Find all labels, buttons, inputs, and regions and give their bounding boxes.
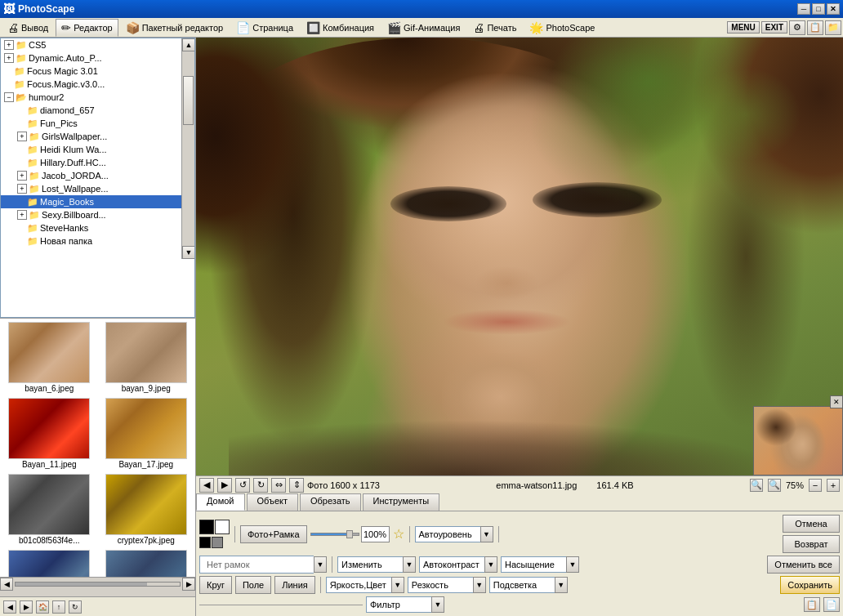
thumbnail-item-bayan11[interactable]: Bayan_11.jpeg (2, 396, 97, 471)
tree-expand-sexy[interactable]: + (17, 210, 27, 220)
slider-track[interactable] (310, 533, 359, 536)
tree-item-cs5[interactable]: + 📁 CS5 (1, 38, 181, 51)
minimize-button[interactable]: ─ (797, 3, 810, 15)
hscroll-right[interactable]: ▶ (182, 578, 195, 591)
tree-item-jacob[interactable]: + 📁 Jacob_JORDA... (1, 169, 181, 182)
swatch-gray[interactable] (212, 537, 223, 548)
thumb-hscroll[interactable]: ◀ ▶ (0, 577, 195, 590)
tree-expand-lost[interactable]: + (17, 184, 27, 194)
field-btn[interactable]: Поле (235, 576, 271, 594)
tab-crop[interactable]: Обрезать (300, 493, 361, 511)
thumbnail-item-c095[interactable]: c095~18dc37a... (99, 548, 194, 578)
menu-button[interactable]: MENU (727, 21, 759, 33)
tree-item-focus1[interactable]: 📁 Focus Magic 3.01 (1, 65, 181, 78)
tab-tools[interactable]: Инструменты (363, 493, 440, 511)
toolbar-back-btn[interactable]: ◀ (199, 478, 214, 493)
thumbnail-item-b01c[interactable]: b01c08f563f4e... (2, 472, 97, 547)
tree-item-focus2[interactable]: 📁 Focus.Magic.v3.0... (1, 78, 181, 91)
scroll-track[interactable] (182, 51, 194, 246)
tree-expand-cs5[interactable]: + (4, 40, 14, 50)
scroll-up-arrow[interactable]: ▲ (182, 38, 194, 51)
tree-item-sexy[interactable]: + 📁 Sexy.Billboard... (1, 208, 181, 221)
zoom-in-btn[interactable]: 🔍 (768, 479, 781, 492)
icon-btn-2[interactable]: 📋 (807, 20, 823, 35)
zoom-plus[interactable]: + (827, 479, 840, 492)
tree-item-magic-books[interactable]: 📁 Magic_Books (1, 195, 181, 208)
maximize-button[interactable]: □ (812, 3, 825, 15)
paste-icon-btn[interactable]: 📄 (823, 597, 840, 612)
slider-thumb[interactable] (346, 530, 353, 538)
scroll-thumb[interactable] (183, 76, 194, 125)
tree-item-funpics[interactable]: 📁 Fun_Pics (1, 117, 181, 130)
nav-up-btn[interactable]: ↑ (52, 600, 65, 614)
cancel-btn[interactable]: Отмена (783, 515, 840, 533)
hscroll-track[interactable] (15, 582, 181, 587)
tree-expand-dynamic[interactable]: + (4, 53, 14, 63)
tab-packet[interactable]: 📦 Пакетный редактор (120, 19, 230, 37)
thumbnail-item-bayan17[interactable]: Bayan_17.jpeg (99, 396, 194, 471)
zoom-out-btn[interactable]: 🔍 (750, 479, 763, 492)
saturation-arrow[interactable]: ▼ (566, 556, 579, 573)
nav-refresh-btn[interactable]: ↻ (69, 600, 82, 614)
tab-photoscape[interactable]: 🌟 PhotoScape (524, 19, 600, 37)
autolevels-arrow[interactable]: ▼ (480, 526, 493, 542)
copy-icon-btn[interactable]: 📋 (804, 597, 820, 612)
toolbar-flip-h[interactable]: ⇔ (271, 478, 286, 493)
tree-item-dynamic[interactable]: + 📁 Dynamic.Auto_P... (1, 51, 181, 65)
tree-item-girls[interactable]: + 📁 GirlsWallpaper... (1, 130, 181, 143)
undo-btn[interactable]: Возврат (783, 535, 840, 553)
tree-scrollbar[interactable]: ▲ ▼ (181, 38, 194, 259)
tree-item-new-folder[interactable]: 📁 Новая папка (1, 234, 181, 248)
tree-item-steve[interactable]: 📁 SteveHanks (1, 221, 181, 234)
toolbar-flip-v[interactable]: ⇕ (289, 478, 304, 493)
nav-home-btn[interactable]: 🏠 (36, 600, 49, 614)
change-arrow[interactable]: ▼ (403, 556, 416, 573)
backlight-arrow[interactable]: ▼ (555, 577, 568, 593)
nav-back-btn[interactable]: ◀ (3, 600, 16, 614)
tree-expand-jacob[interactable]: + (17, 171, 27, 181)
toolbar-fwd-btn[interactable]: ▶ (217, 478, 232, 493)
swatch-black2[interactable] (199, 537, 211, 548)
exit-button[interactable]: EXIT (761, 21, 787, 33)
tab-editor[interactable]: ✏ Редактор (56, 19, 118, 37)
tab-home[interactable]: Домой (196, 493, 245, 511)
preview-close-btn[interactable]: ✕ (830, 395, 843, 408)
hscroll-left[interactable]: ◀ (0, 578, 13, 591)
tab-object[interactable]: Объект (247, 493, 298, 511)
tab-combine[interactable]: 🔲 Комбинация (301, 19, 380, 37)
save-btn[interactable]: Сохранить (780, 576, 840, 594)
nav-fwd-btn[interactable]: ▶ (20, 600, 33, 614)
sharpness-arrow[interactable]: ▼ (473, 577, 486, 593)
tree-item-lost[interactable]: + 📁 Lost_Wallpape... (1, 182, 181, 195)
circle-btn[interactable]: Круг (199, 576, 232, 594)
icon-btn-3[interactable]: 📁 (825, 20, 841, 35)
tree-item-diamond[interactable]: 📁 diamond_657 (1, 104, 181, 117)
tree-expand-girls[interactable]: + (17, 132, 27, 141)
autocontrast-arrow[interactable]: ▼ (484, 556, 497, 573)
photo-frame-btn[interactable]: Фото+Рамка (240, 525, 307, 543)
frame-dropdown-arrow[interactable]: ▼ (314, 556, 327, 573)
filter-arrow[interactable]: ▼ (431, 596, 444, 613)
cancel-all-btn[interactable]: Отменить все (767, 556, 840, 574)
tree-item-heidi[interactable]: 📁 Heidi Klum Wa... (1, 143, 181, 156)
toolbar-rotate-left[interactable]: ↺ (235, 478, 250, 493)
icon-btn-1[interactable]: ⚙ (789, 20, 805, 35)
zoom-minus[interactable]: − (809, 479, 822, 492)
swatch-white[interactable] (215, 520, 230, 534)
tab-vyvod[interactable]: 🖨 Вывод (2, 19, 54, 37)
tab-gif[interactable]: 🎬 Gif-Анимация (381, 19, 466, 37)
toolbar-rotate-right[interactable]: ↻ (253, 478, 268, 493)
line-btn[interactable]: Линия (274, 576, 315, 594)
favorite-star[interactable]: ☆ (393, 526, 404, 542)
tab-page[interactable]: 📄 Страница (230, 19, 299, 37)
tree-item-humour2[interactable]: − 📂 humour2 (1, 91, 181, 104)
close-button[interactable]: ✕ (827, 3, 840, 15)
thumbnail-item-bayan6[interactable]: bayan_6.jpeg (2, 320, 97, 395)
swatch-black[interactable] (199, 520, 214, 534)
thumbnail-item-bayan9[interactable]: bayan_9.jpeg (99, 320, 194, 395)
thumbnail-item-cryptex[interactable]: cryptex7pk.jpeg (99, 472, 194, 547)
tree-item-hillary[interactable]: 📁 Hillary.Duff.HC... (1, 156, 181, 169)
tree-scroll[interactable]: + 📁 CS5 + 📁 Dynamic.Auto_P... 📁 Fo (1, 38, 194, 259)
thumbnail-item-c335[interactable]: c335~03889c2... (2, 548, 97, 578)
brightness-arrow[interactable]: ▼ (391, 577, 404, 593)
